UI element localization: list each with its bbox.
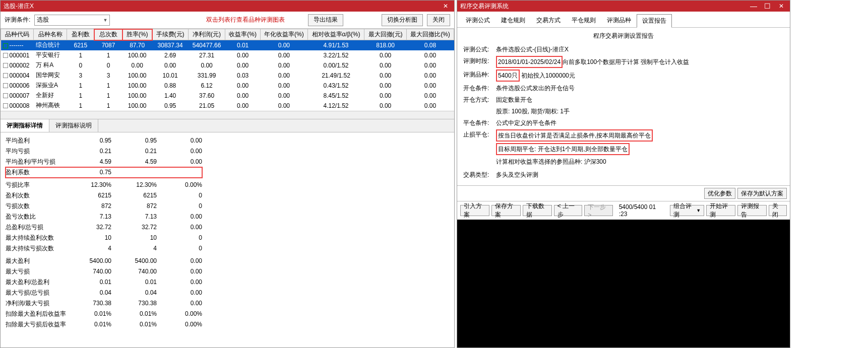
- close-button[interactable]: 关闭: [427, 14, 450, 26]
- close-icon[interactable]: ✕: [440, 3, 451, 10]
- metric-row: 平均盈利/平均亏损4.594.590.00: [6, 157, 202, 167]
- report-value: 计算相对收益率选择的参照品种: 沪深300: [496, 157, 784, 167]
- column-header[interactable]: 手续费(元): [152, 29, 189, 40]
- table-row[interactable]: 000001平安银行11100.002.6927.310.000.003.22/…: [1, 50, 454, 60]
- report-value: 2018/01/01-2025/02/24向前多取100个数据用于计算 强制平仓…: [496, 56, 784, 68]
- metric-row: 最大亏损/总亏损0.040.040.00: [6, 288, 202, 298]
- maximize-icon[interactable]: ☐: [762, 3, 773, 10]
- report-line: 开仓条件:条件选股公式发出的开仓信号: [463, 83, 784, 93]
- save-plan-button[interactable]: 保存方案: [491, 205, 521, 216]
- cond-label: 评测条件:: [5, 16, 30, 24]
- settings-tabbar: 评测公式建仓规则交易方式平仓规则评测品种设置报告: [457, 12, 790, 28]
- metric-label: 最大持续亏损次数: [6, 243, 66, 254]
- table-row[interactable]: 000002万 科A000.000.000.000.000.000.00/1.5…: [1, 60, 454, 71]
- checkbox-icon[interactable]: [3, 103, 8, 108]
- settings-tab[interactable]: 评测公式: [460, 14, 495, 27]
- report-value: 目标周期平仓: 开仓达到1个周期,则全部数量平仓: [496, 143, 784, 155]
- column-header[interactable]: 最大回撤(元): [364, 29, 407, 40]
- nav-actions-bar: 引入方案 保存方案 下载数据 < 上一步 下一步 > 5400/5400 01 …: [457, 201, 790, 220]
- condition-select[interactable]: 选股 ▼: [34, 15, 110, 26]
- metric-row: 扣除最大盈利后收益率0.01%0.01%0.00%: [6, 309, 202, 319]
- right-titlebar: 程序交易评测系统 — ☐ ✕: [457, 1, 790, 12]
- metric-row: 亏损次数8728720: [6, 201, 202, 212]
- prev-step-button[interactable]: < 上一步: [554, 205, 582, 216]
- metric-label: 最大盈利/总盈利: [6, 277, 66, 288]
- table-row[interactable]: 000007全新好11100.001.4037.600.000.008.45/1…: [1, 91, 454, 101]
- metric-row: 最大盈利5400.005400.000.00: [6, 256, 202, 266]
- checkbox-icon[interactable]: [3, 93, 8, 98]
- report-label: 交易类型:: [463, 170, 496, 180]
- column-header[interactable]: 最大回撤比(%): [406, 29, 454, 40]
- checkbox-icon[interactable]: [3, 73, 8, 78]
- column-header[interactable]: 品种名称: [34, 29, 67, 40]
- column-header[interactable]: 总次数: [94, 29, 122, 40]
- import-plan-button[interactable]: 引入方案: [460, 205, 489, 216]
- column-header[interactable]: 净利润(元): [188, 29, 225, 40]
- settings-tab[interactable]: 建仓规则: [495, 14, 531, 27]
- left-toolbar: 评测条件: 选股 ▼ 双击列表行查看品种评测图表 导出结果 切换分析图 关闭: [1, 12, 454, 29]
- settings-tab[interactable]: 评测品种: [601, 14, 637, 27]
- column-header[interactable]: 收益率(%): [225, 29, 260, 40]
- scrollbar[interactable]: [1, 111, 454, 119]
- checkbox-icon[interactable]: [3, 53, 8, 58]
- checkbox-icon[interactable]: [3, 83, 8, 88]
- metric-label: 扣除最大盈利后收益率: [6, 309, 66, 319]
- metric-label: 盈利次数: [6, 190, 66, 201]
- right-panel: 程序交易评测系统 — ☐ ✕ 评测公式建仓规则交易方式平仓规则评测品种设置报告 …: [457, 0, 790, 348]
- download-data-button[interactable]: 下载数据: [523, 205, 552, 216]
- empty-area: [457, 220, 790, 347]
- eval-report-button[interactable]: 评测报告: [737, 205, 767, 216]
- column-header[interactable]: 相对收益率α/β(%): [307, 29, 364, 40]
- metric-label: 亏损次数: [6, 201, 66, 212]
- left-panel: 选股-潜庄X ✕ 评测条件: 选股 ▼ 双击列表行查看品种评测图表 导出结果 切…: [0, 0, 455, 348]
- column-header[interactable]: 盈利数: [67, 29, 94, 40]
- column-header[interactable]: 品种代码: [1, 29, 34, 40]
- left-titlebar: 选股-潜庄X ✕: [1, 1, 454, 12]
- column-header[interactable]: 胜率(%): [122, 29, 152, 40]
- export-button[interactable]: 导出结果: [308, 14, 343, 26]
- results-table[interactable]: 品种代码品种名称盈利数总次数胜率(%)手续费(元)净利润(元)收益率(%)年化收…: [1, 29, 454, 111]
- table-row[interactable]: -------综合统计6215708787.7030837.34540477.6…: [1, 40, 454, 50]
- tab-metrics-detail[interactable]: 评测指标详情: [1, 119, 49, 132]
- table-row[interactable]: 000006深振业A11100.000.886.120.000.000.43/1…: [1, 81, 454, 91]
- start-eval-button[interactable]: 开始评测: [706, 205, 735, 216]
- metric-label: 最大盈利: [6, 256, 66, 266]
- select-value: 选股: [37, 16, 49, 24]
- report-body: 程序交易评测设置报告 评测公式:条件选股公式-(日线)-潜庄X评测时段:2018…: [457, 28, 790, 185]
- results-table-wrap: 品种代码品种名称盈利数总次数胜率(%)手续费(元)净利润(元)收益率(%)年化收…: [1, 29, 454, 119]
- next-step-button: 下一步 >: [584, 205, 612, 216]
- report-label: 开仓条件:: [463, 83, 496, 93]
- column-header[interactable]: 年化收益率(%): [260, 29, 307, 40]
- table-row[interactable]: 000008神州高铁11100.000.9521.050.000.004.12/…: [1, 101, 454, 111]
- table-row[interactable]: 000004国华网安33100.0010.01331.990.030.0021.…: [1, 71, 454, 81]
- metric-row: 亏损比率12.30%12.30%0.00%: [6, 180, 202, 190]
- report-label: 评测时段:: [463, 56, 496, 68]
- settings-tab[interactable]: 设置报告: [637, 14, 672, 28]
- report-value: 按当日收盘价计算是否满足止损条件,按本周期最高价平仓: [496, 129, 784, 142]
- close-icon[interactable]: ✕: [776, 3, 787, 10]
- metric-row: 净利润/最大亏损730.38730.380.00: [6, 298, 202, 309]
- checkbox-icon[interactable]: [3, 63, 8, 68]
- switch-chart-button[interactable]: 切换分析图: [382, 14, 423, 26]
- metric-label: 平均盈利: [6, 135, 66, 146]
- double-click-hint: 双击列表行查看品种评测图表: [206, 16, 285, 24]
- save-default-button[interactable]: 保存为默认方案: [737, 188, 787, 199]
- minimize-icon[interactable]: —: [748, 3, 759, 10]
- report-line: 平仓条件:公式中定义的平仓条件: [463, 118, 784, 128]
- metric-row: 盈利系数0.75: [6, 167, 202, 178]
- report-line: 目标周期平仓: 开仓达到1个周期,则全部数量平仓: [463, 143, 784, 155]
- report-line: 评测品种:5400只 初始投入1000000元: [463, 69, 784, 82]
- report-line: 计算相对收益率选择的参照品种: 沪深300: [463, 157, 784, 167]
- tab-metrics-desc[interactable]: 评测指标说明: [49, 119, 98, 132]
- metric-row: 最大盈利/总盈利0.010.010.00: [6, 277, 202, 288]
- report-label: 平仓条件:: [463, 118, 496, 128]
- combo-eval-button[interactable]: 组合评测▼: [670, 205, 704, 216]
- chevron-down-icon: ▼: [696, 208, 701, 213]
- metric-label: 总盈利/总亏损: [6, 222, 66, 233]
- close-button[interactable]: 关闭: [769, 205, 787, 216]
- optimize-params-button[interactable]: 优化参数: [704, 188, 735, 199]
- settings-tab[interactable]: 平仓规则: [566, 14, 601, 27]
- settings-tab[interactable]: 交易方式: [531, 14, 566, 27]
- report-line: 开仓方式:固定数量开仓: [463, 95, 784, 105]
- checkbox-icon[interactable]: [3, 43, 8, 48]
